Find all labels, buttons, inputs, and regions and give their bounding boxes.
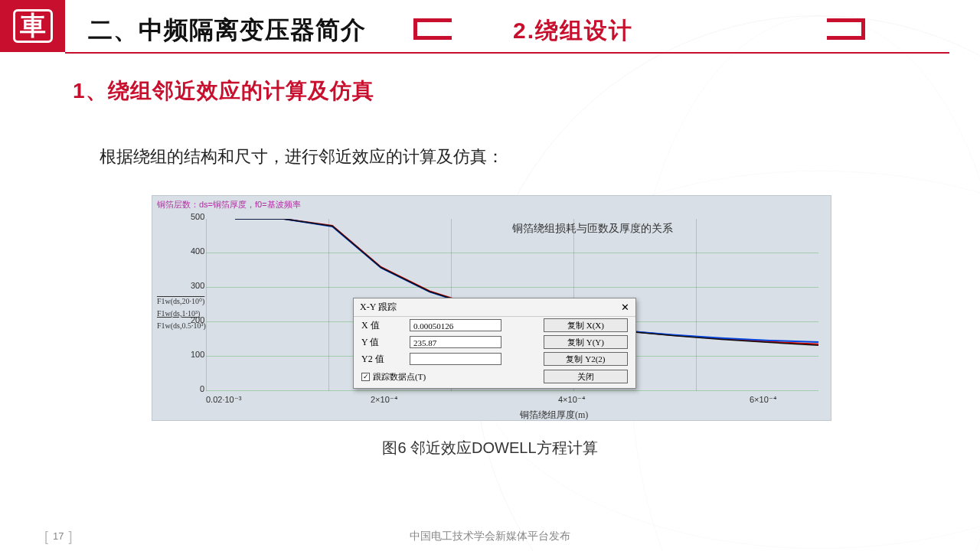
logo-glyph: 車	[13, 9, 53, 42]
y-tick: 400	[191, 246, 204, 256]
header: 車 二、中频隔离变压器简介 2.绕组设计	[0, 0, 980, 54]
checkbox-icon: ✓	[361, 373, 370, 381]
tab-bracket-right	[827, 18, 865, 40]
x-axis-label: 铜箔绕组厚度(m)	[520, 409, 588, 421]
x-tick: 4×10⁻⁴	[558, 395, 585, 405]
section-body: 根据绕组的结构和尺寸，进行邻近效应的计算及仿真：	[100, 145, 504, 168]
dialog-header[interactable]: X-Y 跟踪 ✕	[354, 298, 635, 317]
copy-x-button[interactable]: 复制 X(X)	[544, 318, 628, 332]
figure-caption: 图6 邻近效应DOWELL方程计算	[0, 438, 980, 458]
tab-bracket-left	[413, 18, 452, 40]
xy-tracker-dialog[interactable]: X-Y 跟踪 ✕ X 值 0.00050126 复制 X(X) Y 值 235.…	[353, 298, 636, 389]
track-checkbox[interactable]: ✓ 跟踪数据点(T)	[361, 371, 426, 383]
row-label: X 值	[361, 319, 403, 332]
checkbox-label: 跟踪数据点(T)	[373, 371, 426, 383]
y2-value-field[interactable]	[410, 353, 501, 365]
copy-y2-button[interactable]: 复制 Y2(2)	[544, 352, 628, 366]
dialog-footer: ✓ 跟踪数据点(T) 关闭	[354, 367, 635, 388]
close-icon[interactable]: ✕	[621, 302, 629, 314]
tracker-row-y: Y 值 235.87 复制 Y(Y)	[354, 334, 635, 350]
x-tick: 2×10⁻⁴	[371, 395, 397, 405]
slide: 車 二、中频隔离变压器简介 2.绕组设计 1、绕组邻近效应的计算及仿真 根据绕组…	[0, 0, 980, 551]
x-tick: 0.02·10⁻³	[206, 395, 241, 405]
y-tick: 500	[191, 212, 204, 221]
tracker-row-x: X 值 0.00050126 复制 X(X)	[354, 317, 635, 334]
figure-top-note: 铜箔层数：ds=铜箔厚度，f0=基波频率	[157, 199, 301, 210]
y-value-field[interactable]: 235.87	[410, 336, 501, 348]
chapter-title: 二、中频隔离变压器简介	[88, 14, 366, 47]
x-value-field[interactable]: 0.00050126	[410, 319, 501, 331]
footer-org: 中国电工技术学会新媒体平台发布	[0, 530, 980, 543]
brand-logo: 車	[0, 0, 65, 52]
row-label: Y2 值	[361, 353, 403, 366]
y-tick: 100	[191, 350, 204, 359]
x-tick: 6×10⁻⁴	[750, 395, 776, 405]
figure-container: 铜箔层数：ds=铜箔厚度，f0=基波频率 铜箔绕组损耗与匝数及厚度的关系 0 1…	[152, 195, 831, 421]
close-button[interactable]: 关闭	[544, 370, 628, 383]
y-legend: F1w(ds,20·10⁰) F1w(ds,1·10³) F1w(ds,0.5·…	[157, 295, 206, 332]
row-label: Y 值	[361, 336, 403, 349]
tracker-row-y2: Y2 值 复制 Y2(2)	[354, 350, 635, 367]
section-title: 1、绕组邻近效应的计算及仿真	[73, 77, 374, 106]
header-underline	[65, 52, 949, 54]
dialog-title: X-Y 跟踪	[360, 301, 397, 314]
y-tick: 0	[191, 384, 204, 393]
copy-y-button[interactable]: 复制 Y(Y)	[544, 335, 628, 349]
y-tick: 300	[191, 281, 204, 290]
tab-title: 2.绕组设计	[513, 15, 633, 47]
